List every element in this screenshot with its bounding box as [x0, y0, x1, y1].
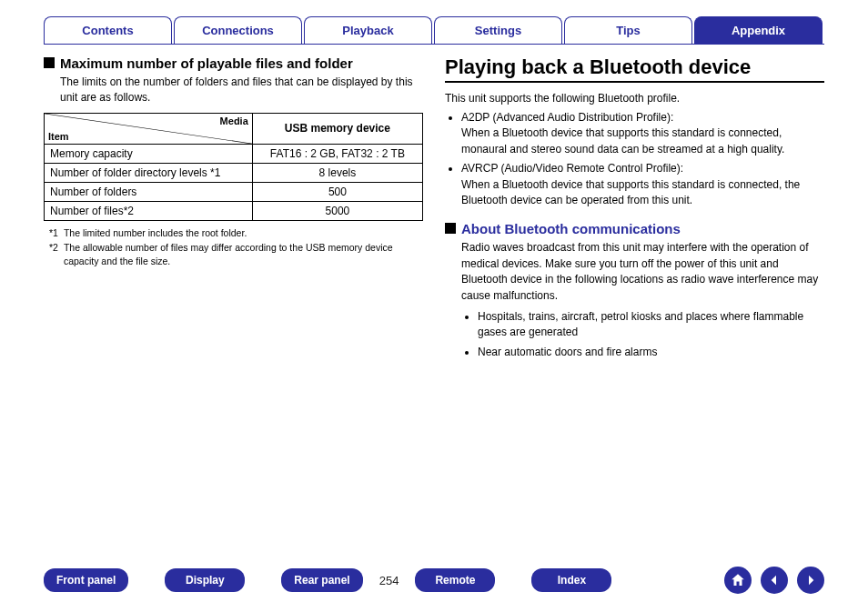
table-row: Number of files*25000 [45, 201, 423, 220]
prev-icon[interactable] [761, 567, 788, 594]
table-row: Number of folder directory levels *18 le… [45, 163, 423, 182]
table-value-cell: 500 [252, 182, 422, 201]
home-icon[interactable] [724, 567, 752, 594]
profile-item: A2DP (Advanced Audio Distribution Profil… [461, 110, 824, 157]
front-panel-button[interactable]: Front panel [44, 568, 128, 592]
table-col-header: USB memory device [252, 113, 422, 144]
square-bullet-icon [44, 57, 55, 68]
diag-item-label: Item [48, 131, 69, 142]
table-row: Number of folders500 [45, 182, 423, 201]
tab-tips[interactable]: Tips [564, 16, 692, 44]
tab-settings[interactable]: Settings [434, 16, 562, 44]
page-number: 254 [363, 574, 416, 587]
table-row: Memory capacityFAT16 : 2 GB, FAT32 : 2 T… [45, 144, 423, 163]
right-column: Playing back a Bluetooth device This uni… [445, 55, 824, 364]
spec-table: Item Media USB memory device Memory capa… [44, 113, 423, 221]
tab-contents[interactable]: Contents [44, 16, 172, 44]
index-button[interactable]: Index [531, 568, 611, 592]
tab-playback[interactable]: Playback [304, 16, 432, 44]
left-intro: The limits on the number of folders and … [60, 75, 423, 105]
top-tabs: ContentsConnectionsPlaybackSettingsTipsA… [0, 0, 868, 44]
footnote: *2The allowable number of files may diff… [49, 241, 423, 267]
remote-button[interactable]: Remote [415, 568, 495, 592]
sub-heading: About Bluetooth communications [461, 221, 681, 236]
bottom-bar: Front panelDisplayRear panel 254 RemoteI… [44, 567, 824, 594]
sub-body: Radio waves broadcast from this unit may… [461, 240, 824, 304]
table-item-cell: Memory capacity [45, 144, 253, 163]
square-bullet-icon [445, 223, 456, 234]
table-item-cell: Number of files*2 [45, 201, 253, 220]
next-icon[interactable] [797, 567, 824, 594]
profile-item: AVRCP (Audio/Video Remote Control Profil… [461, 161, 824, 208]
table-item-cell: Number of folder directory levels *1 [45, 163, 253, 182]
footnotes: *1The limited number includes the root f… [49, 226, 423, 268]
sub-bullet-item: Near automatic doors and fire alarms [478, 345, 824, 360]
sub-bullets: Hospitals, trains, aircraft, petrol kios… [461, 309, 824, 360]
right-title: Playing back a Bluetooth device [445, 55, 824, 83]
right-intro: This unit supports the following Bluetoo… [445, 92, 824, 105]
table-value-cell: FAT16 : 2 GB, FAT32 : 2 TB [252, 144, 422, 163]
left-column: Maximum number of playable files and fol… [44, 55, 423, 364]
table-value-cell: 5000 [252, 201, 422, 220]
diag-media-label: Media [220, 115, 248, 126]
display-button[interactable]: Display [165, 568, 245, 592]
footnote: *1The limited number includes the root f… [49, 226, 423, 240]
tab-appendix[interactable]: Appendix [694, 16, 823, 44]
table-value-cell: 8 levels [252, 163, 422, 182]
tab-connections[interactable]: Connections [174, 16, 302, 44]
left-heading: Maximum number of playable files and fol… [60, 55, 353, 71]
profiles-list: A2DP (Advanced Audio Distribution Profil… [445, 110, 824, 208]
table-item-cell: Number of folders [45, 182, 253, 201]
table-diag-header: Item Media [45, 113, 253, 144]
rear-panel-button[interactable]: Rear panel [281, 568, 362, 592]
sub-bullet-item: Hospitals, trains, aircraft, petrol kios… [478, 309, 824, 341]
